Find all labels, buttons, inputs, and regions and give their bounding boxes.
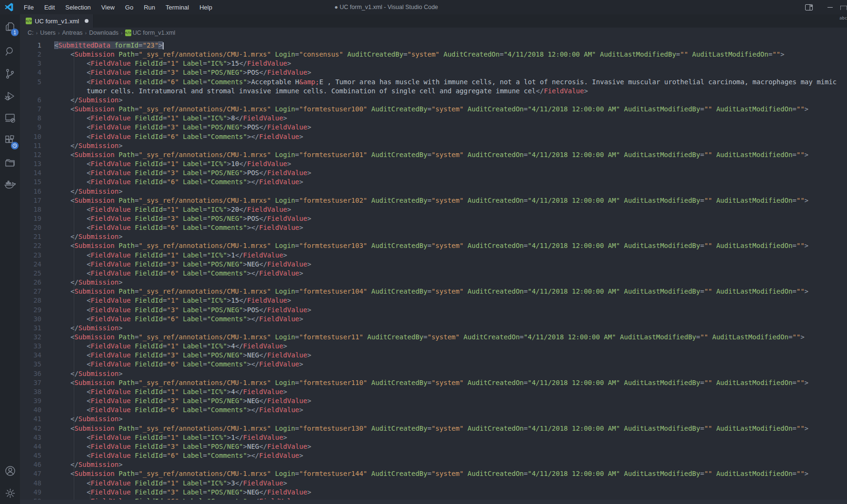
menu-file[interactable]: File xyxy=(19,0,39,14)
line-number: 47 xyxy=(20,469,54,478)
code-text[interactable]: <SubmittedData formId="23"> xyxy=(54,41,164,50)
word-wrap-icon[interactable]: abc↵ xyxy=(839,16,847,26)
code-text[interactable]: <FieldValue FieldId="3" Label="POS/NEG">… xyxy=(54,442,311,451)
code-text[interactable]: </Submission> xyxy=(54,187,123,196)
code-line: 49<FieldValue FieldId="3" Label="POS/NEG… xyxy=(20,488,847,497)
docker-icon[interactable] xyxy=(0,175,20,195)
customize-layout-button[interactable] xyxy=(798,0,819,14)
editor-pane[interactable]: 1<SubmittedData formId="23">2<Submission… xyxy=(20,38,847,504)
code-text[interactable]: <FieldValue FieldId="3" Label="POS/NEG">… xyxy=(54,306,311,315)
remote-explorer-icon[interactable] xyxy=(0,108,20,128)
code-text[interactable]: </Submission> xyxy=(54,141,123,150)
code-text[interactable]: <Submission Path="_sys_ref/annotations/C… xyxy=(54,424,808,433)
code-text[interactable]: <FieldValue FieldId="6" Label="Comments"… xyxy=(54,78,837,87)
minimize-button[interactable] xyxy=(819,0,840,14)
code-line: 45<FieldValue FieldId="6" Label="Comment… xyxy=(20,451,847,460)
code-line: 16</Submission> xyxy=(20,187,847,196)
code-text[interactable]: </Submission> xyxy=(54,460,123,469)
menu-selection[interactable]: Selection xyxy=(60,0,96,14)
code-text[interactable]: </Submission> xyxy=(54,96,123,105)
tab-uc-form-v1-xml[interactable]: </> UC form_v1.xml xyxy=(20,14,94,28)
menu-view[interactable]: View xyxy=(96,0,120,14)
maximize-button[interactable] xyxy=(840,0,847,14)
line-number: 40 xyxy=(20,405,54,415)
line-number: 44 xyxy=(20,442,54,451)
code-text[interactable]: <FieldValue FieldId="6" Label="Comments"… xyxy=(54,360,303,369)
code-text[interactable]: <FieldValue FieldId="1" Label="IC%">15</… xyxy=(54,296,291,305)
code-text[interactable]: <FieldValue FieldId="3" Label="POS/NEG">… xyxy=(54,68,311,77)
breadcrumb-item[interactable]: C: xyxy=(28,30,34,36)
code-text[interactable]: <FieldValue FieldId="3" Label="POS/NEG">… xyxy=(54,260,311,269)
code-text[interactable]: <FieldValue FieldId="1" Label="IC%">20</… xyxy=(54,205,291,214)
code-text[interactable]: <FieldValue FieldId="3" Label="POS/NEG">… xyxy=(54,351,311,360)
source-control-icon[interactable] xyxy=(0,64,20,84)
code-line: 31</Submission> xyxy=(20,324,847,333)
menu-run[interactable]: Run xyxy=(138,0,160,14)
code-text[interactable]: <Submission Path="_sys_ref/annotations/C… xyxy=(54,196,808,205)
xml-file-icon: </> xyxy=(125,30,131,36)
code-text[interactable]: <FieldValue FieldId="1" Label="IC%">4</F… xyxy=(54,387,287,396)
line-number: 38 xyxy=(20,387,54,396)
code-text[interactable]: <Submission Path="_sys_ref/annotations/C… xyxy=(54,378,808,387)
code-text[interactable]: </Submission> xyxy=(54,232,123,241)
code-text[interactable]: <Submission Path="_sys_ref/annotations/C… xyxy=(54,150,808,159)
folder-explorer-icon[interactable] xyxy=(0,153,20,173)
code-text[interactable]: <Submission Path="_sys_ref/annotations/C… xyxy=(54,50,784,59)
code-text[interactable]: <FieldValue FieldId="3" Label="POS/NEG">… xyxy=(54,396,311,405)
breadcrumb-item[interactable]: Downloads xyxy=(89,30,118,36)
run-and-debug-icon[interactable] xyxy=(0,86,20,106)
code-text[interactable]: <FieldValue FieldId="1" Label="IC%">10</… xyxy=(54,159,291,168)
code-line: 35<FieldValue FieldId="6" Label="Comment… xyxy=(20,360,847,369)
code-text[interactable]: <FieldValue FieldId="6" Label="Comments"… xyxy=(54,269,303,278)
code-text[interactable]: tumor cells. Intratumoral and stromal in… xyxy=(54,87,588,96)
code-text[interactable]: <FieldValue FieldId="1" Label="IC%">3</F… xyxy=(54,479,287,488)
code-text[interactable]: <FieldValue FieldId="1" Label="IC%">4</F… xyxy=(54,342,287,351)
code-text[interactable]: <FieldValue FieldId="6" Label="Comments"… xyxy=(54,315,303,324)
code-text[interactable]: <FieldValue FieldId="1" Label="IC%">15</… xyxy=(54,59,291,68)
explorer-icon[interactable]: 1 xyxy=(0,17,20,37)
code-text[interactable]: <FieldValue FieldId="6" Label="Comments"… xyxy=(54,451,303,460)
breadcrumb-item[interactable]: </>UC form_v1.xml xyxy=(125,30,176,36)
code-text[interactable]: <FieldValue FieldId="6" Label="Comments"… xyxy=(54,405,303,415)
code-text[interactable]: <FieldValue FieldId="1" Label="IC%">1</F… xyxy=(54,433,287,442)
vscode-logo-icon xyxy=(4,2,14,12)
line-number xyxy=(20,87,54,96)
code-text[interactable]: <FieldValue FieldId="3" Label="POS/NEG">… xyxy=(54,123,311,132)
code-text[interactable]: </Submission> xyxy=(54,324,123,333)
code-line: 11</Submission> xyxy=(20,141,847,150)
code-text[interactable]: <Submission Path="_sys_ref/annotations/C… xyxy=(54,105,808,114)
code-text[interactable]: <FieldValue FieldId="6" Label="Comments"… xyxy=(54,223,303,232)
code-text[interactable]: <FieldValue FieldId="3" Label="POS/NEG">… xyxy=(54,168,311,178)
modified-indicator-dot[interactable] xyxy=(85,19,89,23)
menu-edit[interactable]: Edit xyxy=(39,0,60,14)
menu-terminal[interactable]: Terminal xyxy=(160,0,194,14)
code-text[interactable]: </Submission> xyxy=(54,369,123,378)
code-text[interactable]: <Submission Path="_sys_ref/annotations/C… xyxy=(54,241,808,250)
breadcrumb-separator: › xyxy=(121,30,123,36)
code-text[interactable]: <FieldValue FieldId="3" Label="POS/NEG">… xyxy=(54,214,311,223)
code-text[interactable]: <FieldValue FieldId="6" Label="Comments"… xyxy=(54,178,303,187)
menu-help[interactable]: Help xyxy=(194,0,217,14)
breadcrumb-item[interactable]: Users xyxy=(40,30,56,36)
line-number: 42 xyxy=(20,424,54,433)
code-text[interactable]: <FieldValue FieldId="1" Label="IC%">1</F… xyxy=(54,251,287,260)
menu-go[interactable]: Go xyxy=(120,0,138,14)
breadcrumb-item[interactable]: Antreas xyxy=(62,30,83,36)
code-line: 8<FieldValue FieldId="1" Label="IC%">8</… xyxy=(20,114,847,123)
horizontal-scrollbar-track[interactable] xyxy=(20,500,847,504)
settings-icon[interactable] xyxy=(0,483,20,503)
code-text[interactable]: </Submission> xyxy=(54,278,123,287)
code-text[interactable]: <Submission Path="_sys_ref/annotations/C… xyxy=(54,469,808,478)
accounts-icon[interactable] xyxy=(0,461,20,481)
extensions-icon[interactable] xyxy=(0,130,20,150)
code-rows: 1<SubmittedData formId="23">2<Submission… xyxy=(20,41,847,504)
code-text[interactable]: <FieldValue FieldId="3" Label="POS/NEG">… xyxy=(54,488,311,497)
search-icon[interactable] xyxy=(0,41,20,61)
code-text[interactable]: <Submission Path="_sys_ref/annotations/C… xyxy=(54,333,805,342)
code-text[interactable]: </Submission> xyxy=(54,415,123,424)
code-line: 48<FieldValue FieldId="1" Label="IC%">3<… xyxy=(20,479,847,488)
tab-bar: </> UC form_v1.xml xyxy=(20,14,847,28)
code-text[interactable]: <FieldValue FieldId="6" Label="Comments"… xyxy=(54,132,303,141)
code-text[interactable]: <FieldValue FieldId="1" Label="IC%">8</F… xyxy=(54,114,287,123)
code-text[interactable]: <Submission Path="_sys_ref/annotations/C… xyxy=(54,287,808,296)
